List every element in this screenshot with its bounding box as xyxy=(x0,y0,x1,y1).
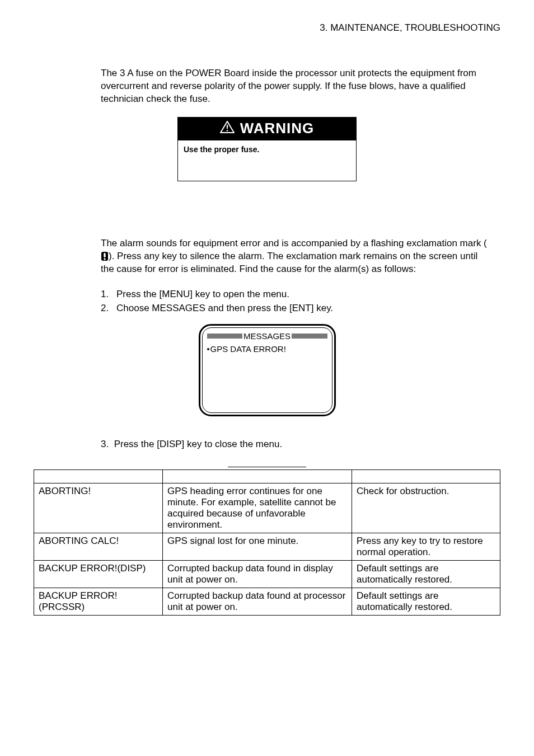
table-row: BACKUP ERROR!(DISP) Corrupted backup dat… xyxy=(34,560,500,588)
messages-content: GPS DATA ERROR! xyxy=(207,344,327,354)
list-item: 2. Choose MESSAGES and then press the [E… xyxy=(101,301,489,316)
list-number: 3. xyxy=(101,439,109,449)
table-cell: Default settings are automatically resto… xyxy=(352,588,500,615)
instruction-list: 1. Press the [MENU] key to open the menu… xyxy=(101,287,489,316)
bullet-icon xyxy=(207,348,209,350)
messages-title: MESSAGES xyxy=(242,331,292,341)
exclamation-icon xyxy=(101,251,109,261)
paragraph-fuse: The 3 A fuse on the POWER Board inside t… xyxy=(101,67,489,106)
table-cell: Corrupted backup data found at processor… xyxy=(163,588,352,615)
list-text: Choose MESSAGES and then press the [ENT]… xyxy=(116,301,333,316)
list-number: 2. xyxy=(101,301,116,316)
messages-screen-inner: MESSAGES GPS DATA ERROR! xyxy=(202,327,332,413)
table-cell: GPS heading error continues for one minu… xyxy=(163,483,352,533)
list-text: Press the [DISP] key to close the menu. xyxy=(114,439,282,449)
table-cell: ABORTING CALC! xyxy=(34,533,163,560)
list-text: Press the [MENU] key to open the menu. xyxy=(116,287,289,302)
table-header-cell xyxy=(163,469,352,483)
list-item: 1. Press the [MENU] key to open the menu… xyxy=(101,287,489,302)
table-cell: ABORTING! xyxy=(34,483,163,533)
table-cell: GPS signal lost for one minute. xyxy=(163,533,352,560)
warning-body: Use the proper fuse. xyxy=(178,140,356,181)
table-header-row xyxy=(34,469,500,483)
table-header-cell xyxy=(352,469,500,483)
table-row: BACKUP ERROR!(PRCSSR) Corrupted backup d… xyxy=(34,588,500,615)
warning-title: WARNING xyxy=(240,120,315,137)
warning-triangle-icon xyxy=(220,121,235,135)
title-bar-left xyxy=(207,334,242,339)
table-row: ABORTING CALC! GPS signal lost for one m… xyxy=(34,533,500,560)
paragraph-close: 3. Press the [DISP] key to close the men… xyxy=(101,439,500,450)
title-bar-right xyxy=(292,334,327,339)
messages-title-row: MESSAGES xyxy=(207,331,327,341)
svg-rect-4 xyxy=(104,253,105,257)
table-cell: BACKUP ERROR!(PRCSSR) xyxy=(34,588,163,615)
error-messages-table: ABORTING! GPS heading error continues fo… xyxy=(34,469,500,616)
messages-text: GPS DATA ERROR! xyxy=(210,344,286,354)
page-header: 3. MAINTENANCE, TROUBLESHOOTING xyxy=(34,22,500,34)
warning-box: WARNING Use the proper fuse. xyxy=(177,117,357,181)
table-cell: Check for obstruction. xyxy=(352,483,500,533)
svg-point-5 xyxy=(104,259,105,260)
table-cell: Press any key to try to restore normal o… xyxy=(352,533,500,560)
warning-header: WARNING xyxy=(178,118,356,140)
para2-part-b: ). Press any key to silence the alarm. T… xyxy=(101,251,477,274)
list-number: 1. xyxy=(101,287,116,302)
messages-screen: MESSAGES GPS DATA ERROR! xyxy=(199,324,336,416)
table-cell: Corrupted backup data found in display u… xyxy=(163,560,352,588)
table-header-cell xyxy=(34,469,163,483)
para2-part-a: The alarm sounds for equipment error and… xyxy=(101,238,487,248)
table-cell: Default settings are automatically resto… xyxy=(352,560,500,588)
table-caption-underline xyxy=(228,467,306,467)
table-row: ABORTING! GPS heading error continues fo… xyxy=(34,483,500,533)
svg-point-2 xyxy=(226,130,228,132)
paragraph-alarm: The alarm sounds for equipment error and… xyxy=(101,237,489,276)
table-cell: BACKUP ERROR!(DISP) xyxy=(34,560,163,588)
